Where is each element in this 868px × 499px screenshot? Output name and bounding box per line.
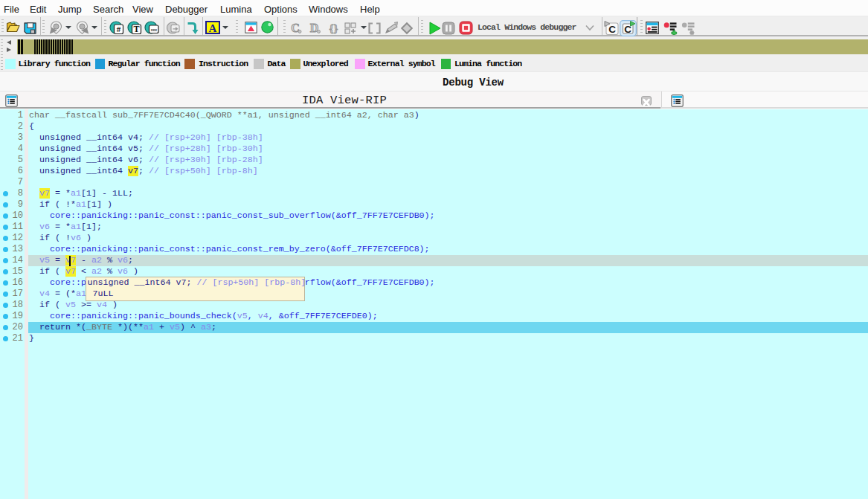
svg-text:xxx: xxx <box>150 27 157 31</box>
svg-text:{}: {} <box>329 22 338 34</box>
svg-text:T: T <box>133 24 139 34</box>
svg-text:C: C <box>624 23 631 34</box>
svg-text:C: C <box>608 24 616 35</box>
svg-text:#: # <box>116 25 120 33</box>
svg-text:A: A <box>209 22 217 34</box>
